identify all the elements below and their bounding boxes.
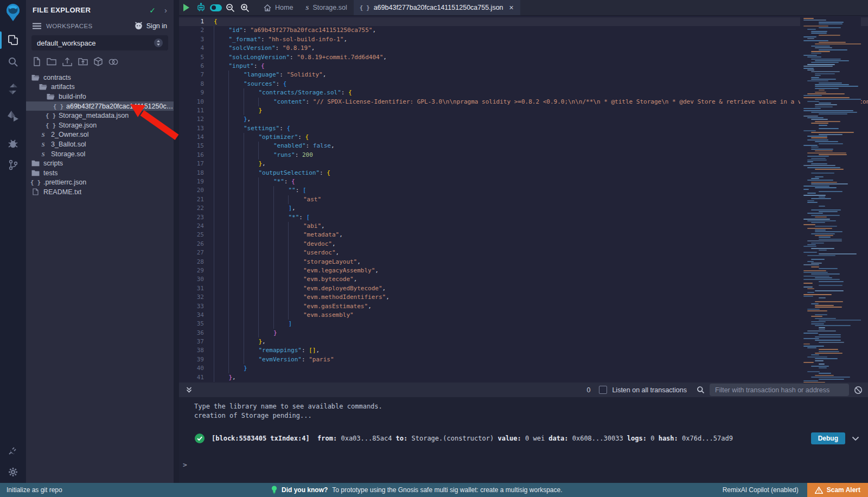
tab-a69b43f277ba20fcac141151250ca755-json[interactable]: { }a69b43f277ba20fcac141151250ca755.json… [354, 0, 520, 15]
tree-item-contracts[interactable]: contracts [26, 73, 174, 82]
code-line[interactable]: 9"contracts/Storage.sol": { [179, 88, 868, 97]
tab-storage-sol[interactable]: SStorage.sol [299, 0, 353, 15]
code-line[interactable]: 20"": [ [179, 186, 868, 195]
listen-all-transactions-checkbox[interactable] [599, 386, 607, 394]
workspace-select[interactable]: default_workspace [31, 35, 168, 50]
code-line[interactable]: 32"evm.methodIdentifiers", [179, 293, 868, 302]
remixai-assistant-button[interactable] [194, 0, 208, 15]
code-line[interactable]: 41}, [179, 373, 868, 382]
upload-folder-icon[interactable] [78, 58, 88, 66]
code-line[interactable]: 4"solcVersion": "0.8.19", [179, 44, 868, 53]
sidebar-item-git[interactable] [0, 154, 26, 176]
code-line[interactable]: 29"evm.legacyAssembly", [179, 266, 868, 275]
copilot-status[interactable]: RemixAI Copilot (enabled) [723, 486, 799, 494]
remix-logo-icon[interactable] [4, 3, 22, 22]
code-line[interactable]: 21"ast" [179, 195, 868, 204]
transaction-filter-input[interactable] [710, 384, 849, 396]
code-line[interactable]: 17}, [179, 160, 868, 168]
code-line[interactable]: 37}, [179, 337, 868, 346]
tree-item-3-ballot-sol[interactable]: S3_Ballot.sol [26, 139, 174, 149]
sign-in-button[interactable]: Sign in [134, 22, 167, 30]
code-line[interactable]: 31"evm.deployedBytecode", [179, 284, 868, 293]
sidebar-item-search[interactable] [0, 51, 26, 73]
code-line[interactable]: 19"*": { [179, 177, 868, 186]
minimap[interactable] [800, 16, 861, 383]
code-line[interactable]: 25"metadata", [179, 231, 868, 239]
code-line[interactable]: 1{ [179, 17, 868, 26]
sidebar-item-solidity-compiler[interactable] [0, 78, 26, 100]
tree-item-scripts[interactable]: scripts [26, 158, 174, 168]
code-line[interactable]: 15"enabled": false, [179, 142, 868, 150]
code-line[interactable]: 8"sources": { [179, 80, 868, 88]
code-line[interactable]: 22], [179, 204, 868, 213]
code-line[interactable]: 26"devdoc", [179, 240, 868, 248]
code-line[interactable]: 40} [179, 364, 868, 373]
code-line[interactable]: 18"outputSelection": { [179, 169, 868, 177]
code-line[interactable]: 6"input": { [179, 62, 868, 71]
run-script-button[interactable] [179, 0, 194, 15]
tree-item-storage-metadata-json[interactable]: { }Storage_metadata.json [26, 111, 174, 120]
zoom-out-button[interactable] [223, 0, 238, 15]
code-line[interactable]: 28"storageLayout", [179, 258, 868, 266]
new-folder-icon[interactable] [47, 58, 56, 66]
tree-item-artifacts[interactable]: artifacts [26, 82, 174, 92]
code-line[interactable]: 39"evmVersion": "paris" [179, 355, 868, 364]
code-line[interactable]: 5"solcLongVersion": "0.8.19+commit.7dd6d… [179, 53, 868, 62]
chevron-right-icon[interactable]: › [164, 5, 167, 15]
code-line[interactable]: 30"evm.bytecode", [179, 275, 868, 284]
tree-item-build-info[interactable]: build-info [26, 92, 174, 101]
terminal-prompt[interactable]: > [183, 461, 868, 469]
copilot-toggle[interactable] [208, 0, 223, 15]
toggle-on-icon [210, 4, 222, 11]
line-number: 17 [179, 160, 214, 168]
panel-resize-handle[interactable] [174, 0, 179, 483]
code-area[interactable]: 1{2"id": "a69b43f277ba20fcac141151250ca7… [179, 16, 868, 382]
tree-item-2-owner-sol[interactable]: S2_Owner.sol [26, 130, 174, 140]
tree-item-storage-json[interactable]: { }Storage.json [26, 120, 174, 130]
code-line[interactable]: 36} [179, 329, 868, 337]
sidebar-item-plugin-manager[interactable] [0, 439, 26, 461]
tab-home[interactable]: Home [258, 0, 299, 15]
expand-terminal-icon[interactable] [186, 386, 193, 393]
tree-item--prettierrc-json[interactable]: { }.prettierrc.json [26, 178, 174, 188]
ipfs-box-icon[interactable] [94, 57, 103, 66]
transaction-log-row[interactable]: [block:5583405 txIndex:4] from: 0xa03...… [194, 432, 868, 444]
code-line[interactable]: 16"runs": 200 [179, 151, 868, 160]
tree-item-a69b43f277ba20fcac141151250ca7-[interactable]: { }a69b43f277ba20fcac141151250ca7... [26, 101, 174, 111]
tree-item-storage-sol[interactable]: SStorage.sol [26, 149, 174, 159]
sidebar-item-settings[interactable] [0, 461, 26, 483]
zoom-in-button[interactable] [238, 0, 252, 15]
new-file-icon[interactable] [33, 57, 41, 66]
code-line[interactable]: 38"remappings": [], [179, 346, 868, 355]
code-line[interactable]: 2"id": "a69b43f277ba20fcac141151250ca755… [179, 26, 868, 35]
code-line[interactable]: 10"content": "// SPDX-License-Identifier… [179, 98, 868, 106]
sidebar-item-debugger[interactable] [0, 132, 26, 154]
debug-button[interactable]: Debug [811, 432, 845, 444]
git-init-status[interactable]: Initialize as git repo [0, 486, 271, 494]
panel-title: FILE EXPLORER [33, 6, 149, 14]
code-line[interactable]: 7"language": "Solidity", [179, 71, 868, 79]
code-line[interactable]: 27"userdoc", [179, 248, 868, 257]
code-line[interactable]: 33"evm.gasEstimates", [179, 302, 868, 311]
code-line[interactable]: 23"*": [ [179, 213, 868, 222]
scam-alert-button[interactable]: Scam Alert [807, 483, 868, 497]
terminal-body[interactable]: Type the library name to see available c… [179, 397, 868, 469]
expand-transaction-icon[interactable] [852, 436, 859, 441]
code-line[interactable]: 12}, [179, 115, 868, 124]
code-line[interactable]: 34"evm.assembly" [179, 311, 868, 320]
tree-item-readme-txt[interactable]: README.txt [26, 187, 174, 197]
code-line[interactable]: 3"_format": "hh-sol-build-info-1", [179, 35, 868, 44]
code-line[interactable]: 24"abi", [179, 222, 868, 231]
upload-file-icon[interactable] [62, 57, 72, 66]
link-icon[interactable] [108, 58, 118, 66]
sidebar-item-deploy-and-run[interactable] [0, 105, 26, 127]
close-tab-icon[interactable]: × [509, 3, 514, 12]
code-line[interactable]: 13"settings": { [179, 124, 868, 133]
code-line[interactable]: 11} [179, 106, 868, 115]
code-line[interactable]: 14"optimizer": { [179, 133, 868, 142]
hamburger-menu-icon[interactable] [33, 23, 41, 29]
code-line[interactable]: 35] [179, 320, 868, 328]
sidebar-item-file-explorer[interactable] [0, 29, 26, 51]
tree-item-tests[interactable]: tests [26, 168, 174, 178]
clear-console-icon[interactable] [854, 386, 863, 394]
